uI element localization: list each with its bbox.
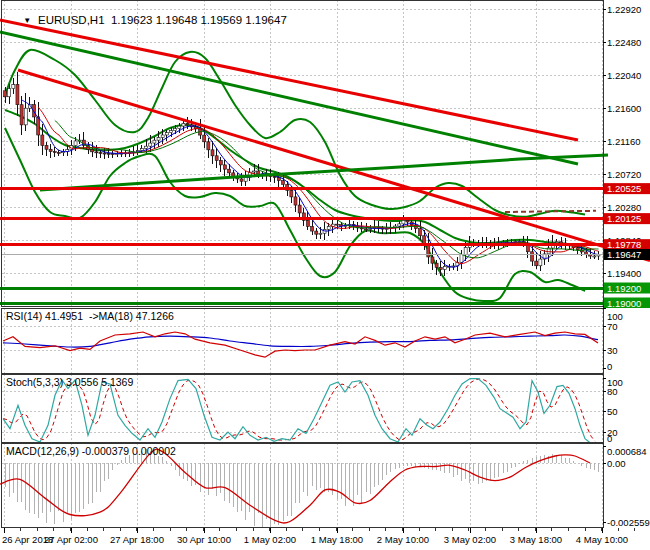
time-axis-label: 3 May 02:00 [444, 534, 496, 545]
time-axis-label: 27 Apr 02:00 [44, 534, 98, 545]
main-chart-canvas[interactable]: 1.229201.224801.220401.216001.211601.207… [0, 0, 650, 308]
time-axis-canvas[interactable]: 26 Apr 201827 Apr 02:0027 Apr 18:0030 Ap… [0, 528, 650, 550]
macd-canvas[interactable]: 0.0006840.00-0.002559 [0, 443, 650, 528]
price-badge-label: 1.20125 [607, 213, 641, 224]
time-axis-label: 1 May 02:00 [244, 534, 296, 545]
time-axis[interactable]: 26 Apr 201827 Apr 02:0027 Apr 18:0030 Ap… [0, 528, 650, 550]
stochastic-canvas[interactable]: 1008050200 [0, 374, 650, 443]
macd-histogram [5, 449, 598, 528]
bollinger-band [5, 110, 590, 250]
macd-axis-label: -0.002559 [607, 517, 650, 528]
main-chart-panel[interactable]: 1.229201.224801.220401.216001.211601.207… [0, 0, 650, 308]
time-axis-label: 3 May 18:00 [510, 534, 562, 545]
trendline[interactable] [0, 20, 578, 140]
trendline[interactable] [40, 155, 608, 190]
price-axis-label: 1.22480 [607, 37, 641, 48]
macd-panel[interactable]: 0.0006840.00-0.002559 MACD(12,26,9) -0.0… [0, 443, 650, 528]
price-badge-label: 1.20525 [607, 183, 641, 194]
chart-window: 1.229201.224801.220401.216001.211601.207… [0, 0, 650, 550]
time-axis-label: 30 Apr 10:00 [177, 534, 231, 545]
time-axis-label: 4 May 10:00 [576, 534, 628, 545]
price-axis-label: 1.22040 [607, 70, 641, 81]
price-axis-label: 1.20720 [607, 169, 641, 180]
rsi-axis-label: 70 [607, 321, 618, 332]
price-badge-label: 1.19647 [607, 249, 641, 260]
time-axis-label: 2 May 10:00 [377, 534, 429, 545]
stoch-k-line [3, 379, 598, 443]
trendline[interactable] [18, 70, 650, 261]
time-axis-label: 27 Apr 18:00 [110, 534, 164, 545]
macd-axis-label: 0.00 [607, 458, 626, 469]
price-badge-label: 1.19200 [607, 283, 641, 294]
price-badge-label: 1.19000 [607, 298, 641, 309]
price-axis-label: 1.22920 [607, 4, 641, 15]
stoch-axis-label: 0 [607, 433, 612, 444]
rsi-panel[interactable]: 10070300 RSI(14) 41.4951 ->MA(18) 47.126… [0, 308, 650, 374]
price-axis-label: 1.21600 [607, 103, 641, 114]
macd-axis-label: 0.000684 [607, 446, 647, 457]
stochastic-panel[interactable]: 1008050200 Stoch(5,3,3) 3.0556 5.1369 [0, 374, 650, 443]
price-axis-label: 1.20280 [607, 202, 641, 213]
price-axis-label: 1.19400 [607, 268, 641, 279]
stoch-axis-label: 50 [607, 406, 618, 417]
rsi-axis-label: 0 [607, 361, 612, 372]
stoch-axis-label: 80 [607, 386, 618, 397]
rsi-line [3, 332, 598, 357]
rsi-axis-label: 30 [607, 345, 618, 356]
price-axis-label: 1.21160 [607, 136, 641, 147]
time-axis-label: 1 May 18:00 [311, 534, 363, 545]
rsi-canvas[interactable]: 10070300 [0, 308, 650, 374]
